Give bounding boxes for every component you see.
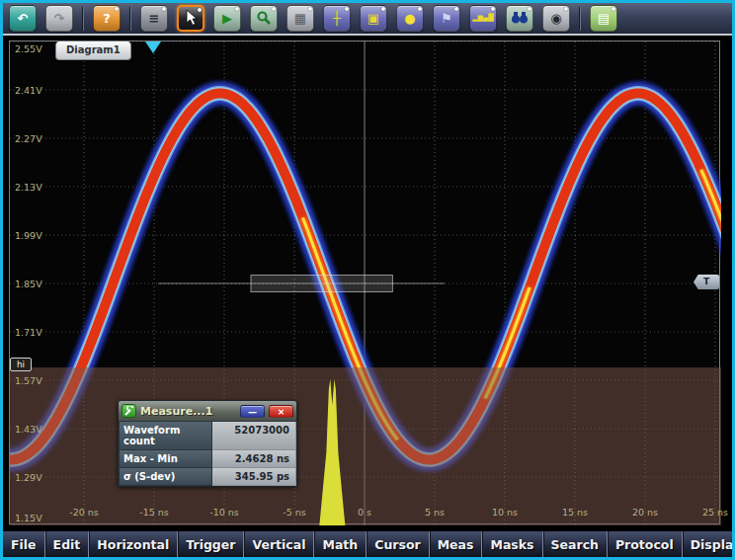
y-tick-label: 1.85V [15, 279, 42, 289]
y-tick-label: 2.13V [15, 182, 42, 193]
config-dot-icon [198, 8, 202, 12]
waveform-diagram[interactable]: 2.55V2.41V2.27V2.13V1.99V1.85V1.71V1.57V… [9, 40, 720, 524]
menu-horizontal[interactable]: Horizontal [89, 531, 178, 557]
run-play-icon[interactable]: ▶ [213, 5, 241, 32]
y-tick-label: 1.57V [15, 375, 42, 386]
select-cursor-icon[interactable] [177, 5, 204, 32]
measure-results-table: Waveform count52073000Max - Min2.4628 ns… [119, 421, 296, 486]
menu-bar: FileEditHorizontalTriggerVerticalMathCur… [3, 531, 732, 557]
y-tick-label: 2.41V [15, 85, 42, 96]
y-tick-label: 1.15V [15, 513, 42, 523]
x-tick-label: 25 ns [702, 507, 728, 518]
menu-trigger[interactable]: Trigger [178, 531, 244, 557]
menu-search[interactable]: Search [543, 531, 608, 557]
measure-dialog-titlebar[interactable]: Measure...1 — × [119, 401, 296, 421]
measure-dialog-title: Measure...1 [140, 405, 236, 418]
menu-masks[interactable]: Masks [482, 531, 542, 557]
trigger-level-tag[interactable]: T [694, 275, 719, 289]
toolbar-separator [579, 7, 581, 31]
annotation-flag-icon[interactable]: ⚑ [433, 5, 460, 32]
measure-row-value: 52073000 [212, 422, 296, 450]
config-dot-icon [564, 7, 568, 11]
menu-protocol[interactable]: Protocol [608, 531, 683, 557]
redo-icon[interactable]: ↷ [45, 5, 73, 32]
menu-cursor[interactable]: Cursor [367, 531, 429, 557]
config-dot-icon [272, 7, 276, 11]
x-tick-label: -20 ns [69, 507, 99, 518]
x-tick-label: -5 ns [283, 507, 305, 518]
mask-test-icon[interactable]: ● [396, 5, 424, 32]
histogram-tag[interactable]: hi [10, 358, 32, 371]
histogram-icon[interactable]: ▂▆▄█ [469, 5, 497, 32]
toolbar: ↶↷?≡▶▦┼▣●⚑▂▆▄█◉▤ [3, 3, 732, 36]
y-tick-label: 2.27V [15, 133, 42, 144]
config-dot-icon [612, 7, 615, 11]
y-tick-label: 1.71V [15, 327, 42, 338]
menu-math[interactable]: Math [314, 531, 367, 557]
undo-icon[interactable]: ↶ [9, 5, 37, 32]
menu-file[interactable]: File [3, 531, 45, 557]
y-tick-label: 1.29V [15, 472, 42, 483]
config-dot-icon [235, 7, 239, 11]
close-button[interactable]: × [269, 405, 293, 418]
tab-diagram1[interactable]: Diagram1 [55, 41, 131, 60]
search-binoculars-icon[interactable] [506, 5, 533, 32]
cursor-crosshair-icon[interactable]: ┼ [323, 5, 351, 32]
measure-row-label: Waveform count [119, 422, 212, 450]
measure-dialog: Measure...1 — × Waveform count52073000Ma… [118, 400, 297, 487]
screen-area: 2.55V2.41V2.27V2.13V1.99V1.85V1.71V1.57V… [3, 38, 732, 531]
report-notes-icon[interactable]: ▤ [590, 5, 617, 32]
config-dot-icon [418, 7, 422, 11]
config-dot-icon [345, 7, 349, 11]
y-tick-label: 1.99V [15, 230, 42, 241]
toolbar-separator [129, 7, 131, 31]
zoom-magnifier-icon[interactable] [250, 5, 278, 32]
measure-tool-icon [122, 404, 136, 418]
x-tick-label: -15 ns [139, 507, 169, 518]
menu-edit[interactable]: Edit [45, 531, 90, 557]
config-dot-icon [381, 7, 385, 11]
screenshot-camera-icon[interactable]: ◉ [542, 5, 570, 32]
y-tick-label: 1.43V [15, 424, 42, 435]
menu-meas[interactable]: Meas [430, 531, 483, 557]
x-tick-label: 20 ns [632, 507, 658, 518]
menu-display[interactable]: Display [683, 531, 735, 557]
spectrum-mesh-icon[interactable]: ▦ [286, 5, 314, 32]
measure-row-label: Max - Min [119, 450, 212, 468]
measure-row-label: σ (S-dev) [119, 468, 212, 486]
measure-row-value: 2.4628 ns [212, 450, 296, 468]
setup-list-icon[interactable]: ≡ [140, 5, 168, 32]
config-dot-icon [308, 7, 312, 11]
toolbar-separator [82, 7, 84, 31]
help-icon[interactable]: ? [93, 5, 121, 32]
config-dot-icon [491, 7, 495, 11]
x-tick-label: -10 ns [209, 507, 239, 518]
config-dot-icon [528, 7, 531, 11]
menu-vertical[interactable]: Vertical [244, 531, 314, 557]
x-tick-label: 10 ns [492, 507, 518, 518]
x-tick-label: 5 ns [425, 507, 445, 518]
zoom-area-icon[interactable]: ▣ [360, 5, 387, 32]
trigger-position-icon[interactable] [145, 41, 161, 53]
waveform-canvas [10, 41, 721, 525]
config-dot-icon [454, 7, 458, 11]
measure-row-value: 345.95 ps [212, 468, 296, 486]
app-window: ↶↷?≡▶▦┼▣●⚑▂▆▄█◉▤ 2.55V2.41V2.27V2.13V1.9… [0, 0, 735, 560]
x-tick-label: 0 s [358, 507, 371, 518]
config-dot-icon [162, 7, 166, 11]
minimize-button[interactable]: — [240, 405, 265, 418]
config-dot-icon [115, 7, 119, 11]
y-tick-label: 2.55V [15, 43, 42, 54]
x-tick-label: 15 ns [562, 507, 588, 518]
